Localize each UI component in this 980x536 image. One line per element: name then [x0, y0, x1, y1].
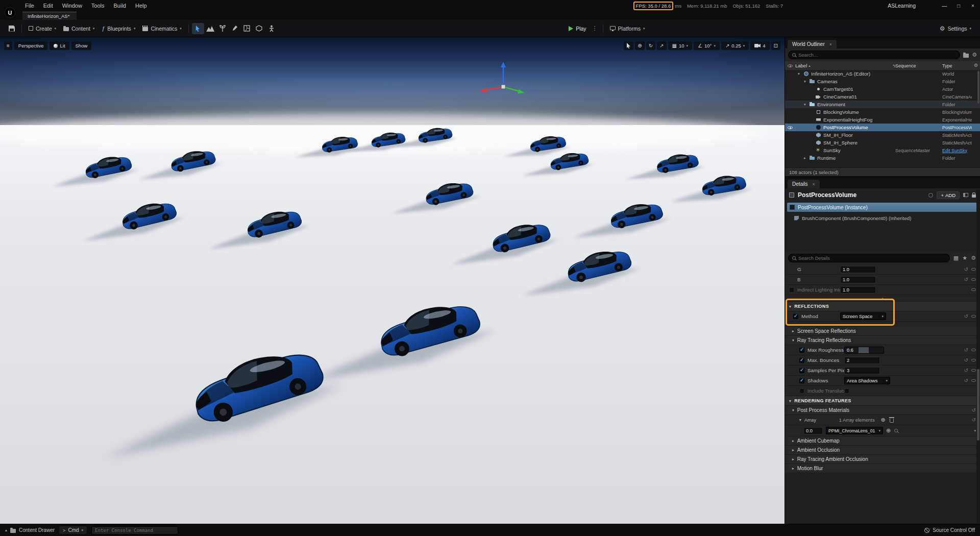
bind-icon[interactable]	[971, 288, 976, 291]
new-folder-button[interactable]	[963, 54, 969, 58]
max-bounces-input[interactable]	[844, 357, 880, 364]
add-element-button[interactable]: ⊕	[881, 417, 886, 423]
cmd-button[interactable]: > Cmd ▾	[59, 526, 87, 534]
outliner-row[interactable]: SM_IH_Floor StaticMeshActor	[785, 131, 980, 139]
bind-icon[interactable]	[971, 315, 976, 318]
reset-icon[interactable]: ↺	[972, 417, 976, 423]
element-options-icon[interactable]: ▾	[974, 429, 976, 433]
outliner-search-input[interactable]	[798, 52, 956, 58]
use-selected-asset-button[interactable]: ⊕	[886, 427, 891, 434]
platforms-button[interactable]: Platforms▾	[606, 23, 649, 34]
menu-help[interactable]: Help	[131, 2, 152, 10]
label-column-header[interactable]: Label	[795, 63, 807, 68]
blueprints-button[interactable]: ƒ Blueprints▾	[98, 23, 139, 34]
category-collapse-bar[interactable]: ▴	[785, 295, 980, 302]
menu-build[interactable]: Build	[109, 2, 131, 10]
maximize-viewport-button[interactable]: ⊡	[771, 41, 780, 50]
close-button[interactable]: ×	[966, 0, 980, 11]
details-search-box[interactable]	[788, 254, 950, 262]
details-settings-button[interactable]: ⚙	[971, 255, 976, 261]
outliner-row[interactable]: ▾Environment Folder	[785, 101, 980, 108]
play-options-button[interactable]: ⋮	[590, 25, 600, 32]
add-component-button[interactable]: +ADD	[937, 191, 960, 199]
reset-icon[interactable]: ↺	[964, 277, 968, 282]
foliage-mode-button[interactable]	[216, 23, 229, 34]
viewport-options-button[interactable]: ≡	[4, 41, 12, 50]
maximize-button[interactable]: □	[951, 0, 966, 11]
outliner-row[interactable]: CamTarget01 Actor	[785, 85, 980, 93]
outliner-row[interactable]: SM_IH_Sphere StaticMeshActor	[785, 139, 980, 147]
rotate-tool-button[interactable]: ↻	[646, 41, 655, 50]
bind-icon[interactable]	[971, 349, 976, 351]
bind-icon[interactable]	[971, 278, 976, 281]
brush-editing-mode-button[interactable]	[253, 23, 265, 34]
minimize-button[interactable]: —	[937, 0, 951, 11]
outliner-row[interactable]: BlockingVolume BlockingVolume	[785, 108, 980, 116]
bind-icon[interactable]	[971, 379, 976, 382]
outliner-row[interactable]: ▾Cameras Folder	[785, 78, 980, 85]
lock-icon[interactable]	[972, 194, 976, 198]
select-mode-button[interactable]	[192, 23, 204, 34]
outliner-scrollbar[interactable]	[977, 71, 979, 104]
ray-tracing-reflections-category[interactable]: ▾ Ray Tracing Reflections	[785, 336, 980, 345]
select-tool-button[interactable]	[624, 41, 633, 50]
max-roughness-slider[interactable]: 0.6	[844, 347, 884, 354]
outliner-row[interactable]: ▾InfiniteHorizon_AS (Editor) World	[785, 70, 980, 78]
menu-edit[interactable]: Edit	[39, 2, 58, 10]
info-icon[interactable]	[928, 193, 933, 198]
max-roughness-checkbox[interactable]	[799, 348, 804, 353]
content-button[interactable]: Content▾	[60, 23, 98, 34]
grid-snap-button[interactable]: ▦ 10▾	[668, 41, 693, 50]
method-dropdown[interactable]: Screen Space▾	[840, 312, 886, 320]
console-command-input[interactable]	[91, 526, 178, 534]
details-scrollbar-thumb[interactable]	[977, 369, 979, 441]
scale-tool-button[interactable]: ↗	[657, 41, 666, 50]
ray-tracing-ao-category[interactable]: ▸ Ray Tracing Ambient Occlusion	[785, 455, 980, 464]
edit-sunsky-link[interactable]: Edit SunSky	[942, 148, 972, 153]
source-control-button[interactable]: Source Control Off	[924, 527, 975, 533]
menu-file[interactable]: File	[20, 2, 39, 10]
sequence-column-header[interactable]: Sequence	[895, 63, 942, 68]
samples-input[interactable]	[844, 367, 880, 374]
delete-elements-button[interactable]	[890, 419, 894, 423]
b-value-input[interactable]	[840, 276, 876, 283]
animation-mode-button[interactable]	[265, 23, 278, 34]
details-search-input[interactable]	[798, 255, 946, 261]
component-row[interactable]: BrushComponent (BrushComponent0) (Inheri…	[785, 213, 980, 223]
ambient-cubemap-category[interactable]: ▸ Ambient Cubemap	[785, 436, 980, 446]
browse-to-asset-button[interactable]	[894, 429, 898, 432]
eye-icon[interactable]	[788, 126, 793, 129]
method-checkbox[interactable]	[793, 314, 798, 319]
reflections-header[interactable]: ▾ REFLECTIONS	[785, 302, 980, 311]
outliner-row[interactable]: ▸Runtime Folder	[785, 154, 980, 162]
bind-icon[interactable]	[971, 359, 976, 361]
menu-tools[interactable]: Tools	[87, 2, 109, 10]
reset-icon[interactable]: ↺	[964, 266, 968, 272]
create-button[interactable]: Create▾	[25, 23, 60, 34]
outliner-search-box[interactable]	[788, 51, 960, 59]
outliner-row[interactable]: CineCamera01 CineCameraActor	[785, 93, 980, 101]
outliner-column-settings-icon[interactable]: ⚙	[972, 63, 980, 68]
favorites-button[interactable]: ★	[962, 255, 967, 261]
instance-row-selected[interactable]: PostProcessVolume (Instance)	[787, 203, 978, 212]
menu-window[interactable]: Window	[58, 2, 87, 10]
save-button[interactable]	[5, 23, 18, 34]
cinematics-button[interactable]: Cinematics▾	[139, 23, 185, 34]
level-tab[interactable]: InfiniteHorizon_AS*	[22, 12, 77, 20]
indirect-lighting-input[interactable]	[840, 286, 876, 294]
view-mode-button[interactable]: Lit	[50, 41, 69, 50]
perspective-button[interactable]: Perspective	[14, 41, 48, 50]
screen-space-reflections-category[interactable]: ▸ Screen Space Reflections	[785, 327, 980, 336]
motion-blur-category[interactable]: ▸ Motion Blur	[785, 464, 980, 473]
include-translucent-checkbox[interactable]	[799, 388, 804, 394]
close-icon[interactable]: ×	[813, 182, 815, 187]
reset-icon[interactable]: ↺	[964, 313, 968, 319]
indirect-lighting-checkbox[interactable]	[789, 287, 794, 293]
outliner-settings-button[interactable]: ⚙	[972, 52, 977, 58]
reset-icon[interactable]: ↺	[964, 368, 968, 373]
bind-icon[interactable]	[971, 268, 976, 271]
rotation-snap-button[interactable]: ∠ 10°▾	[694, 41, 720, 50]
fracture-mode-button[interactable]	[241, 23, 253, 34]
element-index-input[interactable]	[803, 427, 823, 434]
bind-icon[interactable]	[971, 369, 976, 372]
